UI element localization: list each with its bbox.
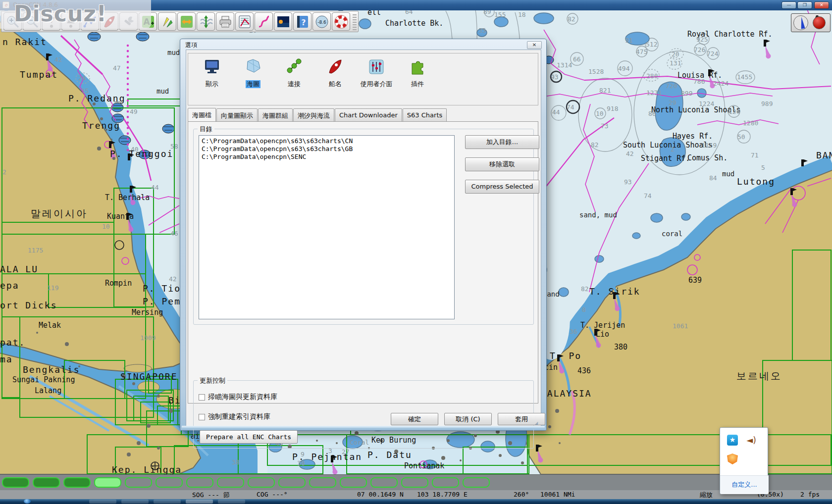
mob-lifering-icon[interactable] xyxy=(332,12,350,31)
measure-icon[interactable] xyxy=(158,12,176,31)
discuz-watermark: Discuz! xyxy=(0,0,151,29)
cancel-button[interactable]: 取消 (C) xyxy=(444,413,492,425)
chart-key-8[interactable] xyxy=(217,477,244,488)
chart-key-14[interactable] xyxy=(401,477,428,488)
compass-widget[interactable] xyxy=(791,13,831,32)
options-dialog: 選項 ✕ 顯示海圖連接船名使用者介面插件 海圖檔向量圖顯示海圖群組潮汐與海流Ch… xyxy=(180,39,547,431)
options-page-6[interactable]: 插件 xyxy=(399,57,436,88)
chart-key-3[interactable] xyxy=(63,477,91,488)
track-icon[interactable] xyxy=(255,12,273,31)
options-page-4[interactable]: 船名 xyxy=(316,57,354,88)
tides-currents-icon[interactable] xyxy=(197,12,215,31)
directories-group: 目錄 C:\ProgramData\opencpn\s63\s63charts\… xyxy=(193,129,534,325)
clock-icon[interactable]: -8.6 xyxy=(312,12,331,31)
scan-charts-checkbox[interactable]: 掃瞄海圖與更新資料庫 xyxy=(199,393,277,402)
directory-entry[interactable]: C:\ProgramData\opencpn\s63\s63charts\GB xyxy=(202,145,452,153)
checkbox-label: 強制重建索引資料庫 xyxy=(208,412,270,421)
opencpn-window: n RakitTumpatP. RedangTrenggP. TenggoiT.… xyxy=(0,0,832,504)
taskbar-app-icon[interactable] xyxy=(154,500,181,504)
latitude-value: 07 00.1649 N xyxy=(357,491,404,498)
taskbar-app-icon[interactable] xyxy=(121,500,149,504)
chart-key-9[interactable] xyxy=(248,477,275,488)
toolbar-grip[interactable] xyxy=(353,13,357,30)
options-page-1[interactable]: 顯示 xyxy=(193,57,231,88)
tab-4[interactable]: 潮汐與海流 xyxy=(293,108,334,121)
taskbar-app-icon[interactable] xyxy=(218,500,245,504)
chart-key-11[interactable] xyxy=(309,477,336,488)
auto-follow-icon[interactable] xyxy=(177,12,196,31)
close-button[interactable]: ✕ xyxy=(814,1,829,9)
security-shield-icon[interactable] xyxy=(727,454,738,464)
chart-key-16[interactable] xyxy=(463,477,490,488)
chart-key-2[interactable] xyxy=(33,477,60,488)
color-scheme-icon[interactable] xyxy=(274,12,292,31)
sog-value: SOG --- 節 xyxy=(192,491,230,500)
status-bar: SOG --- 節 COG ---° 07 00.1649 N 103 18.7… xyxy=(0,490,832,499)
taskbar-app-icon-active[interactable] xyxy=(186,500,213,504)
svg-text:?: ? xyxy=(301,18,306,27)
chart-key-4[interactable] xyxy=(94,477,121,488)
tab-2[interactable]: 向量圖顯示 xyxy=(216,108,258,121)
chart-key-12[interactable] xyxy=(340,477,367,488)
tab-3[interactable]: 海圖群組 xyxy=(258,108,293,121)
force-rebuild-checkbox[interactable]: 強制重建索引資料庫 xyxy=(199,412,270,421)
chart-directory-list[interactable]: C:\ProgramData\opencpn\s63\s63charts\CNC… xyxy=(199,135,455,319)
checkbox-box[interactable] xyxy=(199,414,205,420)
chart-key-1[interactable] xyxy=(2,477,29,488)
gps-status-icon xyxy=(813,16,826,29)
dialog-close-button[interactable]: ✕ xyxy=(527,41,542,49)
volume-icon[interactable]: ◄) xyxy=(746,435,757,446)
tab-5[interactable]: Chart Downloader xyxy=(335,108,402,121)
tray-overflow-popup: ★ ◄) 自定义... xyxy=(720,427,768,494)
windows-taskbar[interactable] xyxy=(0,499,832,504)
bearing-value: 260° xyxy=(514,491,529,498)
remove-selected-button[interactable]: 移除選取 xyxy=(465,157,539,171)
route-manager-icon[interactable] xyxy=(235,12,254,31)
tray-customize-link[interactable]: 自定义... xyxy=(720,476,769,494)
chart-key-13[interactable] xyxy=(370,477,398,488)
minimize-button[interactable]: — xyxy=(781,1,796,9)
compass-rose-icon xyxy=(793,15,808,30)
resize-grip[interactable]: ◢ xyxy=(535,421,540,426)
cog-value: COG ---° xyxy=(257,491,288,498)
chart-piano-bar xyxy=(0,474,832,490)
messenger-star-icon[interactable]: ★ xyxy=(727,435,738,446)
compress-selected-button[interactable]: Compress Selected xyxy=(465,180,539,194)
checkbox-label: 掃瞄海圖與更新資料庫 xyxy=(208,393,277,402)
options-page-5[interactable]: 使用者介面 xyxy=(358,57,395,88)
svg-text:-8.6: -8.6 xyxy=(317,20,326,25)
directory-entry[interactable]: C:\ProgramData\opencpn\SENC xyxy=(202,153,452,161)
help-icon[interactable]: ? xyxy=(293,12,312,31)
options-page-2[interactable]: 海圖 xyxy=(234,57,272,88)
checkbox-box[interactable] xyxy=(199,394,205,401)
add-directory-button[interactable]: 加入目錄... xyxy=(465,135,539,149)
fps-value: 2 fps xyxy=(800,491,820,498)
longitude-value: 103 18.7709 E xyxy=(417,491,468,498)
ok-button[interactable]: 確定 xyxy=(391,413,438,425)
chart-key-7[interactable] xyxy=(186,477,213,488)
chart-key-15[interactable] xyxy=(432,477,459,488)
restore-button[interactable]: ❐ xyxy=(797,1,812,9)
chart-key-10[interactable] xyxy=(278,477,306,488)
range-value: 10061 NMi xyxy=(540,491,575,498)
chart-files-panel: 目錄 C:\ProgramData\opencpn\s63\s63charts\… xyxy=(188,121,538,403)
options-page-bar: 顯示海圖連接船名使用者介面插件 xyxy=(188,53,538,105)
options-page-3[interactable]: 連接 xyxy=(275,57,313,88)
zoom-label: 縮放 xyxy=(700,491,713,500)
chart-settings-tabs: 海圖檔向量圖顯示海圖群組潮汐與海流Chart DownloaderS63 Cha… xyxy=(188,108,447,122)
chart-key-6[interactable] xyxy=(156,477,183,488)
tab-1[interactable]: 海圖檔 xyxy=(188,108,216,121)
chart-key-5[interactable] xyxy=(125,477,152,488)
start-orb-icon[interactable] xyxy=(24,499,31,504)
prepare-enc-button[interactable]: Prepare all ENC Charts xyxy=(200,430,298,444)
dialog-title: 選項 xyxy=(185,41,197,50)
directory-entry[interactable]: C:\ProgramData\opencpn\s63\s63charts\CN xyxy=(202,137,452,145)
print-icon[interactable] xyxy=(216,12,234,31)
tab-6[interactable]: S63 Charts xyxy=(403,108,447,121)
taskbar-app-icon[interactable] xyxy=(89,500,116,504)
